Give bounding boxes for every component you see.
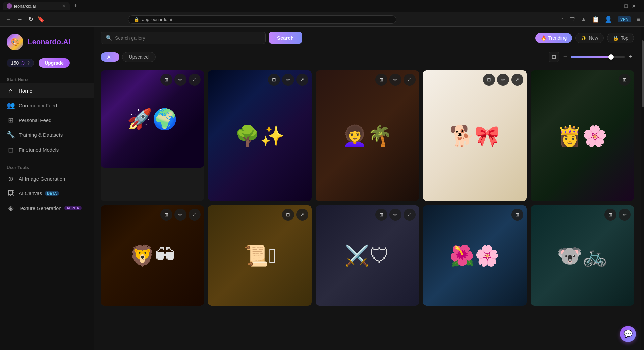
image-card-woman2[interactable]: 👸🌸 ⊞ — [531, 70, 634, 201]
expand-action-hieroglyph[interactable]: ⤢ — [296, 209, 308, 221]
search-input[interactable] — [115, 35, 261, 41]
reader-icon[interactable]: 📋 — [592, 16, 599, 23]
triangle-icon[interactable]: ▲ — [581, 16, 587, 23]
bookmark-icon[interactable]: 🔖 — [37, 16, 45, 23]
personal-icon: ⊞ — [7, 116, 15, 124]
active-tab[interactable]: leonardo.ai ✕ — [3, 2, 70, 10]
share-icon[interactable]: ↑ — [561, 16, 564, 23]
grid-action-woman2[interactable]: ⊞ — [619, 74, 631, 86]
lock-icon: 🔒 — [134, 17, 139, 22]
nav-right: ↑ 🛡 ▲ 📋 👤 VPN ≡ — [561, 16, 640, 23]
nav-bar: ← → ↻ 🔖 🔒 app.leonardo.ai ↑ 🛡 ▲ 📋 👤 VPN … — [0, 12, 644, 27]
zoom-slider[interactable] — [571, 56, 625, 58]
sidebar-item-community-feed[interactable]: 👥 Community Feed — [0, 98, 94, 113]
address-text: app.leonardo.ai — [142, 17, 172, 22]
top-filter-btn[interactable]: 🔒 Top — [607, 33, 634, 43]
tab-favicon — [7, 3, 12, 9]
tab-close-btn[interactable]: ✕ — [62, 3, 66, 9]
search-input-wrap: 🔍 — [101, 32, 266, 44]
close-window-btn[interactable]: ✕ — [632, 3, 636, 9]
card-overlay-woman: ⊞ ✏ ⤢ — [316, 70, 419, 89]
finetuned-icon: ◻ — [7, 145, 15, 154]
trending-btn[interactable]: 🔥 Trending — [535, 33, 572, 43]
image-card-flowers[interactable]: 🌺🌸 ⊞ — [423, 205, 526, 306]
shield-icon[interactable]: 🛡 — [569, 16, 575, 23]
expand-action-dog[interactable]: ⤢ — [511, 74, 523, 86]
grid-action-tree[interactable]: ⊞ — [268, 74, 280, 86]
canvas-icon: 🖼 — [7, 189, 15, 197]
image-card-tree[interactable]: 🌳✨ ⊞ ✏ ⤢ — [208, 70, 311, 201]
grid-action-rocket[interactable]: ⊞ — [160, 74, 172, 86]
expand-action-tree[interactable]: ⤢ — [296, 74, 308, 86]
expand-action-warrior[interactable]: ⤢ — [404, 209, 416, 221]
image-card-hieroglyph[interactable]: 📜𓂀 ⊞ ⤢ — [208, 205, 311, 306]
browser-chrome: leonardo.ai ✕ + ─ □ ✕ ← → ↻ 🔖 🔒 app.leon… — [0, 0, 644, 27]
grid-action-lion[interactable]: ⊞ — [160, 209, 172, 221]
forward-btn[interactable]: → — [15, 15, 24, 24]
edit-action-dog[interactable]: ✏ — [497, 74, 509, 86]
grid-view-btn[interactable]: ⊞ — [549, 52, 559, 62]
grid-action-warrior[interactable]: ⊞ — [375, 209, 387, 221]
help-icon[interactable]: ? — [27, 60, 30, 66]
edit-action-woman[interactable]: ✏ — [389, 74, 401, 86]
fab-icon: 💬 — [624, 330, 633, 338]
start-here-label: Start Here — [0, 74, 94, 83]
zoom-in-btn[interactable]: + — [627, 52, 634, 62]
search-button[interactable]: Search — [269, 32, 302, 44]
grid-action-hieroglyph[interactable]: ⊞ — [282, 209, 294, 221]
grid-action-woman[interactable]: ⊞ — [375, 74, 387, 86]
upgrade-button[interactable]: Upgrade — [39, 58, 70, 68]
top-icon: 🔒 — [613, 35, 619, 41]
address-bar[interactable]: 🔒 app.leonardo.ai — [128, 15, 396, 24]
profile-icon[interactable]: 👤 — [605, 16, 612, 23]
tab-title: leonardo.ai — [14, 4, 36, 9]
menu-icon[interactable]: ≡ — [636, 16, 640, 23]
grid-action-flowers[interactable]: ⊞ — [511, 209, 523, 221]
grid-controls: ⊞ − + — [549, 52, 634, 62]
edit-action-tree[interactable]: ✏ — [282, 74, 294, 86]
notification-fab[interactable]: 💬 — [620, 326, 636, 342]
tab-upscaled[interactable]: Upscaled — [122, 52, 156, 62]
image-card-rocket[interactable]: 🚀🌍 ⊞ ✏ ⤢ — [101, 70, 204, 201]
sidebar-item-finetuned[interactable]: ◻ Finetuned Models — [0, 142, 94, 157]
new-tab-btn[interactable]: + — [71, 1, 80, 11]
credits-badge: 150 ⬡ ? — [7, 59, 34, 67]
sidebar-item-ai-canvas[interactable]: 🖼 AI Canvas BETA — [0, 186, 94, 200]
slider-thumb[interactable] — [608, 54, 614, 60]
vpn-badge[interactable]: VPN — [618, 16, 631, 22]
sidebar-item-ai-image[interactable]: ⊕ AI Image Generation — [0, 171, 94, 186]
image-card-koala[interactable]: 🐨🚲 ⊞ ✏ — [531, 205, 634, 306]
edit-action-koala[interactable]: ✏ — [619, 209, 631, 221]
sidebar-item-texture[interactable]: ◈ Texture Generation ALPHA — [0, 200, 94, 215]
tab-all[interactable]: All — [101, 52, 119, 62]
sidebar-item-home[interactable]: ⌂ Home — [0, 83, 94, 98]
edit-action-warrior[interactable]: ✏ — [389, 209, 401, 221]
grid-action-koala[interactable]: ⊞ — [604, 209, 616, 221]
image-woman: 👩‍🦱🌴 — [316, 70, 419, 201]
image-card-lion[interactable]: 🦁🕶 ⊞ ✏ ⤢ — [101, 205, 204, 306]
back-btn[interactable]: ← — [4, 15, 13, 24]
card-overlay-lion: ⊞ ✏ ⤢ — [101, 205, 204, 224]
expand-action-lion[interactable]: ⤢ — [189, 209, 201, 221]
expand-action-woman[interactable]: ⤢ — [404, 74, 416, 86]
expand-action-rocket[interactable]: ⤢ — [189, 74, 201, 86]
grid-action-dog[interactable]: ⊞ — [483, 74, 495, 86]
image-card-woman[interactable]: 👩‍🦱🌴 ⊞ ✏ ⤢ — [316, 70, 419, 201]
image-dog: 🐕🎀 — [423, 70, 526, 201]
new-filter-btn[interactable]: ✨ New — [575, 33, 604, 43]
scroll-thumb[interactable] — [642, 40, 644, 107]
refresh-btn[interactable]: ↻ — [27, 14, 35, 24]
edit-action-lion[interactable]: ✏ — [174, 209, 186, 221]
edit-action-rocket[interactable]: ✏ — [174, 74, 186, 86]
card-overlay-flowers: ⊞ — [423, 205, 526, 224]
new-icon: ✨ — [581, 35, 587, 41]
minimize-btn[interactable]: ─ — [616, 3, 620, 9]
card-overlay-woman2: ⊞ — [531, 70, 634, 89]
image-card-dog[interactable]: 🐕🎀 ⊞ ✏ ⤢ — [423, 70, 526, 201]
sidebar-item-training[interactable]: 🔧 Training & Datasets — [0, 127, 94, 142]
maximize-btn[interactable]: □ — [624, 3, 628, 9]
zoom-out-btn[interactable]: − — [562, 52, 569, 62]
sidebar-item-personal-feed[interactable]: ⊞ Personal Feed — [0, 113, 94, 127]
sidebar-label-ai-image: AI Image Generation — [19, 176, 65, 182]
image-card-warrior[interactable]: ⚔️🛡 ⊞ ✏ ⤢ — [316, 205, 419, 306]
